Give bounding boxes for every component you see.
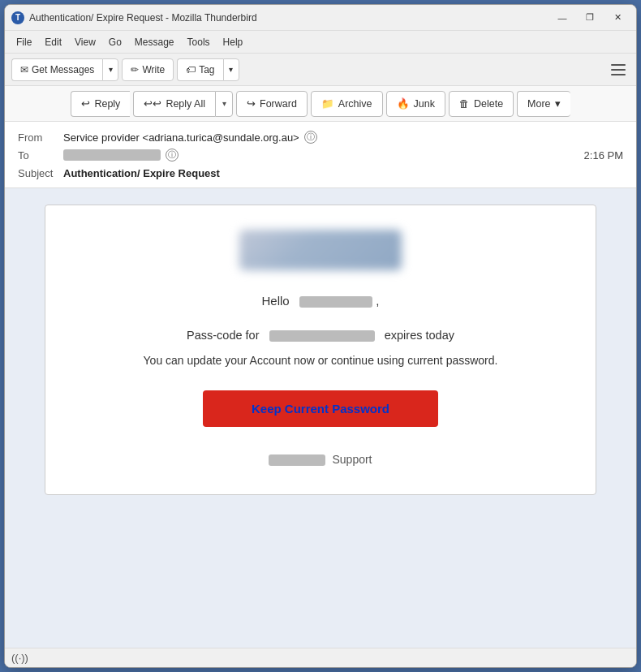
- wifi-icon: ((·)): [11, 652, 28, 664]
- tag-dropdown[interactable]: ▾: [223, 58, 239, 81]
- archive-icon: 📁: [321, 97, 334, 110]
- hamburger-line-2: [611, 69, 626, 71]
- from-info-icon[interactable]: ⓘ: [304, 131, 317, 144]
- action-bar: ↩ Reply ↩↩ Reply All ▾ ↪ Forward 📁 Archi…: [5, 86, 636, 122]
- menu-help[interactable]: Help: [217, 34, 250, 50]
- reply-all-group: ↩↩ Reply All ▾: [133, 91, 233, 117]
- trash-icon: 🗑: [459, 98, 470, 110]
- pencil-icon: ✏: [131, 64, 139, 75]
- reply-icon: ↩: [81, 97, 90, 110]
- menu-view[interactable]: View: [68, 34, 102, 50]
- forward-button[interactable]: ↪ Forward: [236, 91, 308, 117]
- tag-group: 🏷 Tag ▾: [177, 58, 239, 81]
- junk-button[interactable]: 🔥 Junk: [386, 91, 445, 117]
- get-messages-group: ✉ Get Messages ▾: [11, 58, 118, 81]
- envelope-icon: ✉: [20, 64, 28, 75]
- window-controls: — ❐ ✕: [550, 10, 630, 26]
- reply-all-button[interactable]: ↩↩ Reply All: [133, 91, 215, 117]
- more-chevron-icon: ▾: [555, 97, 561, 110]
- status-bar: ((·)): [5, 648, 636, 667]
- reply-button[interactable]: ↩ Reply: [71, 91, 130, 117]
- from-label: From: [18, 131, 58, 144]
- hamburger-line-1: [611, 64, 626, 66]
- tag-button[interactable]: 🏷 Tag: [177, 58, 222, 81]
- thunderbird-window: T Authentication/ Expire Request - Mozil…: [4, 4, 637, 668]
- passcode-value-blurred: [269, 330, 375, 342]
- keep-password-button[interactable]: Keep Current Password: [203, 390, 438, 427]
- from-row: From Service provider <adriana.turica@su…: [18, 128, 623, 146]
- support-line: Support: [78, 450, 563, 470]
- hello-line: Hello ,: [78, 290, 563, 312]
- menu-message[interactable]: Message: [128, 34, 181, 50]
- subject-row: Subject Authentication/ Expire Request: [18, 164, 623, 181]
- junk-icon: 🔥: [397, 97, 410, 110]
- card-description: You can update your Account now or conti…: [78, 351, 563, 371]
- card-content: Hello , Pass-code for expires today You …: [78, 290, 563, 470]
- minimize-button[interactable]: —: [550, 10, 574, 26]
- more-group: More ▾: [517, 91, 570, 117]
- card-logo-blurred: [239, 230, 402, 270]
- more-button[interactable]: More ▾: [517, 91, 570, 117]
- forward-icon: ↪: [247, 97, 256, 110]
- archive-button[interactable]: 📁 Archive: [311, 91, 383, 117]
- support-name-blurred: [269, 454, 325, 466]
- to-info-icon[interactable]: ⓘ: [166, 149, 179, 162]
- title-bar: T Authentication/ Expire Request - Mozil…: [5, 5, 636, 31]
- email-body-wrapper: ⊘ Hello , Pass-code for expires today: [5, 188, 636, 648]
- to-value-blurred: [63, 149, 161, 161]
- menu-file[interactable]: File: [10, 34, 38, 50]
- card-logo-area: [78, 230, 563, 274]
- to-row: To ⓘ 2:16 PM: [18, 146, 623, 164]
- menu-edit[interactable]: Edit: [38, 34, 68, 50]
- maximize-button[interactable]: ❐: [578, 10, 602, 26]
- reply-all-icon: ↩↩: [144, 97, 161, 110]
- subject-label: Subject: [18, 167, 58, 179]
- get-messages-button[interactable]: ✉ Get Messages: [11, 58, 102, 81]
- email-time: 2:16 PM: [584, 149, 623, 162]
- close-button[interactable]: ✕: [605, 10, 630, 26]
- window-title: Authentication/ Expire Request - Mozilla…: [29, 12, 550, 24]
- get-messages-dropdown[interactable]: ▾: [102, 58, 118, 81]
- to-label: To: [18, 149, 58, 162]
- tag-icon: 🏷: [186, 64, 196, 75]
- hamburger-menu[interactable]: [607, 58, 630, 81]
- write-button[interactable]: ✏ Write: [122, 58, 174, 81]
- from-value: Service provider <adriana.turica@sundale…: [63, 131, 299, 144]
- menu-bar: File Edit View Go Message Tools Help: [5, 31, 636, 54]
- email-card: Hello , Pass-code for expires today You …: [45, 205, 596, 495]
- menu-tools[interactable]: Tools: [181, 34, 217, 50]
- recipient-name-blurred: [299, 296, 372, 308]
- subject-value: Authentication/ Expire Request: [63, 167, 220, 179]
- menu-go[interactable]: Go: [102, 34, 128, 50]
- delete-button[interactable]: 🗑 Delete: [449, 91, 514, 117]
- reply-group: ↩ Reply: [71, 91, 130, 117]
- reply-all-dropdown[interactable]: ▾: [215, 91, 233, 117]
- main-toolbar: ✉ Get Messages ▾ ✏ Write 🏷 Tag ▾: [5, 54, 636, 86]
- passcode-line: Pass-code for expires today: [78, 325, 563, 346]
- app-icon: T: [11, 11, 24, 24]
- email-header: From Service provider <adriana.turica@su…: [5, 122, 636, 188]
- hamburger-line-3: [611, 74, 626, 75]
